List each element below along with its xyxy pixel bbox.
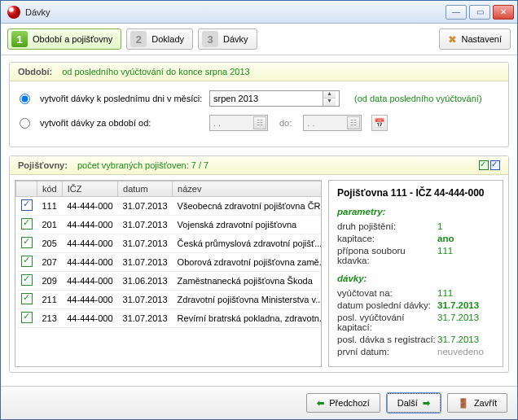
detail-row: první datum:neuvedeno <box>337 347 494 357</box>
calendar-icon[interactable]: ☷ <box>347 116 360 129</box>
params-header: parametry: <box>337 207 494 217</box>
detail-row: datum poslední dávky:31.7.2013 <box>337 300 494 310</box>
table-row[interactable]: 20744-444-00031.07.2013Oborová zdravotní… <box>16 253 323 272</box>
detail-value: 111 <box>437 246 494 265</box>
exit-icon: 🚪 <box>458 398 469 409</box>
obdobi-header: Období: od posledního vyúčtování do konc… <box>10 63 508 81</box>
obdobi-label: Období: <box>18 67 52 77</box>
radio-month[interactable] <box>20 94 30 104</box>
date-from-input[interactable]: . . ☷ <box>209 115 268 131</box>
cell-datum: 31.06.2013 <box>118 272 173 291</box>
prev-label: Předchozí <box>329 398 370 408</box>
detail-row: druh pojištění:1 <box>337 221 494 231</box>
detail-value: 111 <box>437 288 494 298</box>
cell-nazev: Všeobecná zdravotní pojišťovna ČR <box>173 197 322 216</box>
step-1-label: Období a pojišťovny <box>33 34 112 44</box>
step-3-button[interactable]: 3 Dávky <box>198 28 257 50</box>
detail-value: ano <box>437 234 494 243</box>
detail-row: posl. vyúčtování kapitací:31.7.2013 <box>337 313 494 332</box>
calendar-icon[interactable]: ☷ <box>253 116 266 129</box>
cell-icz: 44-444-000 <box>62 309 117 328</box>
detail-row: kapitace:ano <box>337 234 494 243</box>
cell-nazev: Česká průmyslová zdravotní pojišť... <box>173 234 322 253</box>
month-spinner[interactable]: ▲▼ <box>323 91 336 106</box>
close-footer-button[interactable]: 🚪 Zavřít <box>447 393 507 413</box>
detail-row: vyúčtovat na:111 <box>337 288 494 298</box>
cell-kod: 111 <box>37 197 63 216</box>
cell-kod: 213 <box>37 309 63 328</box>
detail-value: 31.7.2013 <box>437 335 494 344</box>
select-none-icon[interactable] <box>490 160 500 170</box>
detail-key: druh pojištění: <box>337 221 437 231</box>
detail-value: neuvedeno <box>437 347 494 357</box>
window-title: Dávky <box>25 7 446 17</box>
radio-month-label: vytvořit dávky k poslednímu dni v měsíci… <box>40 94 203 103</box>
col-datum[interactable]: datum <box>118 182 173 197</box>
row-checkbox[interactable] <box>21 274 33 286</box>
cell-kod: 209 <box>37 272 63 291</box>
titlebar: Dávky — ▭ ✕ <box>1 1 517 24</box>
detail-key: kapitace: <box>337 234 437 243</box>
step-2-button[interactable]: 2 Doklady <box>126 28 193 50</box>
select-all-icon[interactable] <box>479 160 489 170</box>
cell-datum: 31.07.2013 <box>118 309 173 328</box>
table-row[interactable]: 20144-444-00031.07.2013Vojenská zdravotn… <box>16 216 323 234</box>
cell-datum: 31.07.2013 <box>118 291 173 309</box>
settings-button[interactable]: ✖ Nastavení <box>439 28 511 50</box>
step-1-number: 1 <box>11 31 28 47</box>
cell-icz: 44-444-000 <box>62 216 117 234</box>
table-row[interactable]: 21344-444-00031.07.2013Revírní bratrská … <box>16 309 323 328</box>
row-checkbox[interactable] <box>21 293 33 304</box>
detail-key: vyúčtovat na: <box>337 288 437 298</box>
row-checkbox[interactable] <box>21 237 33 248</box>
obdobi-value: od posledního vyúčtování do konce srpna … <box>62 67 250 77</box>
cell-icz: 44-444-000 <box>62 253 117 272</box>
detail-value: 31.7.2013 <box>437 313 494 332</box>
cell-nazev: Zdravotní pojišťovna Ministerstva v... <box>173 291 322 309</box>
date-to-input[interactable]: . . ☷ <box>303 115 362 131</box>
cell-nazev: Vojenská zdravotní pojišťovna <box>173 216 322 234</box>
insurance-grid[interactable]: kód IČZ datum název 11144-444-00031.07.2… <box>15 180 322 367</box>
table-row[interactable]: 11144-444-00031.07.2013Všeobecná zdravot… <box>16 197 323 216</box>
col-icz[interactable]: IČZ <box>62 182 117 197</box>
col-nazev[interactable]: název <box>173 182 322 197</box>
detail-value: 1 <box>437 221 494 231</box>
detail-row: přípona souboru kdavka:111 <box>337 246 494 265</box>
step-3-label: Dávky <box>223 34 248 44</box>
step-1-button[interactable]: 1 Období a pojišťovny <box>7 28 121 50</box>
cell-datum: 31.07.2013 <box>118 234 173 253</box>
row-checkbox[interactable] <box>21 199 33 211</box>
month-note: (od data posledního vyúčtování) <box>354 94 482 103</box>
minimize-button[interactable]: — <box>446 5 467 20</box>
step-2-label: Doklady <box>151 34 184 44</box>
cell-datum: 31.07.2013 <box>118 216 173 234</box>
detail-pane: Pojišťovna 111 - IČZ 44-444-000 parametr… <box>328 180 503 367</box>
obdobi-panel: Období: od posledního vyúčtování do konc… <box>9 62 509 147</box>
detail-value: 31.7.2013 <box>437 300 494 310</box>
detail-key: první datum: <box>337 347 437 357</box>
close-label: Zavřít <box>474 398 497 408</box>
radio-range-label: vytvořit dávky za období od: <box>40 118 203 128</box>
prev-button[interactable]: ⬅ Předchozí <box>306 393 380 413</box>
do-label: do: <box>279 118 292 128</box>
table-row[interactable]: 20544-444-00031.07.2013Česká průmyslová … <box>16 234 323 253</box>
row-checkbox[interactable] <box>21 218 33 230</box>
settings-label: Nastavení <box>461 34 502 44</box>
close-button[interactable]: ✕ <box>493 5 514 20</box>
arrow-left-icon: ⬅ <box>317 398 324 409</box>
col-kod[interactable]: kód <box>37 182 63 197</box>
row-checkbox[interactable] <box>21 312 33 323</box>
calendar-picker-button[interactable]: 📅 <box>371 115 388 131</box>
radio-range[interactable] <box>20 118 30 129</box>
month-select[interactable]: srpen 2013 ▲▼ <box>209 90 340 107</box>
table-row[interactable]: 21144-444-00031.07.2013Zdravotní pojišťo… <box>16 291 323 309</box>
row-checkbox[interactable] <box>21 256 33 267</box>
table-row[interactable]: 20944-444-00031.06.2013Zaměstnanecká poj… <box>16 272 323 291</box>
maximize-button[interactable]: ▭ <box>469 5 490 20</box>
cell-icz: 44-444-000 <box>62 291 117 309</box>
cell-kod: 201 <box>37 216 63 234</box>
cell-nazev: Zaměstnanecká pojišťovna Škoda <box>173 272 322 291</box>
next-button[interactable]: Další ➡ <box>387 393 441 413</box>
pojistovny-label: Pojišťovny: <box>18 160 68 170</box>
cell-icz: 44-444-000 <box>62 234 117 253</box>
